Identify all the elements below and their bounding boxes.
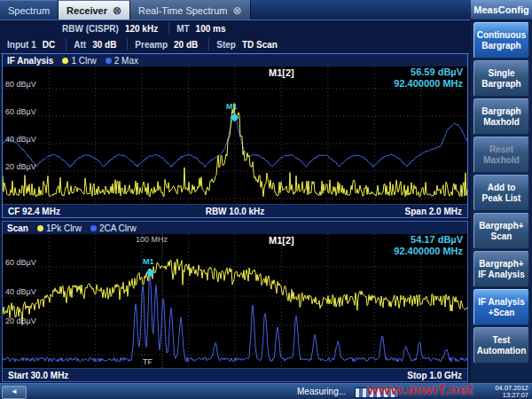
settings-bar: RBW (CISPR) 120 kHz MT 100 ms Input 1 DC… <box>0 20 470 54</box>
back-arrow-button[interactable]: ◄ <box>2 386 27 399</box>
attenuation-setting[interactable]: Att 30 dB <box>66 38 128 51</box>
rbw-value: 120 kHz <box>125 24 158 34</box>
scan-panel-footer: Start 30.0 MHz Stop 1.0 GHz <box>3 368 467 381</box>
rbw-label: RBW (CISPR) <box>62 24 119 34</box>
softkey-bargraph-scan[interactable]: Bargraph+ Scan <box>473 213 529 249</box>
resolution-bandwidth: RBW 10.0 kHz <box>160 207 311 216</box>
marker-name: M1[2] <box>269 235 294 246</box>
rbw-setting[interactable]: RBW (CISPR) 120 kHz <box>55 22 169 35</box>
watermark-text: www.mwrf.net <box>366 381 473 399</box>
preamp-value: 20 dB <box>174 40 198 50</box>
marker-m1-label: M1 <box>143 257 154 266</box>
input-setting[interactable]: Input 1 DC <box>0 38 66 51</box>
softkey-test-automation[interactable]: Test Automation <box>473 327 529 364</box>
close-icon[interactable]: ⊗ <box>113 5 121 16</box>
if-analysis-panel: IF Analysis 1 Clrw 2 Max 80 dBµV 60 dBµV… <box>2 53 468 218</box>
step-value: TD Scan <box>242 40 278 50</box>
marker-m1-label: M1 <box>226 102 238 111</box>
tab-spectrum[interactable]: Spectrum <box>0 0 59 20</box>
softkey-bargraph-if-analysis[interactable]: Bargraph+ IF Analysis <box>473 251 529 287</box>
input-label: Input 1 <box>7 40 36 50</box>
marker-readout: 56.59 dBµV 92.400000 MHz <box>394 66 463 90</box>
y-axis-label: 40 dBµV <box>5 287 36 296</box>
trace2-label: 2CA Clrw <box>99 223 137 233</box>
trace1-dot-icon <box>62 58 68 64</box>
att-label: Att <box>74 40 86 50</box>
meas-time-setting[interactable]: MT 100 ms <box>169 22 236 35</box>
close-icon[interactable]: ⊗ <box>232 5 241 16</box>
if-panel-footer: CF 92.4 MHz RBW 10.0 kHz Span 2.0 MHz <box>3 204 467 217</box>
marker-name: M1[2] <box>269 67 294 78</box>
if-panel-title: IF Analysis <box>7 56 53 66</box>
stop-frequency: Stop 1.0 GHz <box>235 371 462 380</box>
marker-level: 56.59 dBµV <box>394 66 463 78</box>
trace2-label: 2 Max <box>114 56 138 66</box>
y-axis-label: 40 dBµV <box>5 135 36 144</box>
marker-frequency: 92.400000 MHz <box>394 246 463 257</box>
att-value: 30 dB <box>92 40 116 50</box>
start-frequency: Start 30.0 MHz <box>8 371 235 380</box>
step-setting[interactable]: Step TD Scan <box>209 38 288 51</box>
transducer-factor-label: TF <box>143 357 153 366</box>
trace2-dot-icon <box>106 58 112 64</box>
marker-frequency: 92.400000 MHz <box>394 78 463 90</box>
softkey-menu-title: MeasConfig <box>471 0 532 20</box>
mt-value: 100 ms <box>196 24 226 34</box>
softkey-reset-maxhold[interactable]: Reset Maxhold <box>473 137 529 173</box>
legend-trace2: 2CA Clrw <box>90 223 137 233</box>
scan-panel-title: Scan <box>7 223 28 233</box>
marker-readout: 54.17 dBµV 92.400000 MHz <box>394 234 463 257</box>
scan-chart-area[interactable]: 100 MHz 60 dBµV 40 dBµV 20 dBµV M1[2] 54… <box>3 234 467 369</box>
settings-row-2: Input 1 DC Att 30 dB Preamp 20 dB Step T… <box>0 36 470 52</box>
tab-spectrum-label: Spectrum <box>8 5 50 16</box>
legend-trace1: 1 Clrw <box>62 56 96 66</box>
trace1-label: 1Pk Clrw <box>46 223 82 233</box>
measurement-status: Measuring... <box>297 387 346 396</box>
legend-trace1: 1Pk Clrw <box>37 223 82 233</box>
gridline-frequency-label: 100 MHz <box>136 235 168 244</box>
softkey-single-bargraph[interactable]: Single Bargraph <box>473 60 529 97</box>
softkey-continuous-bargraph[interactable]: Continuous Bargraph <box>473 22 529 59</box>
softkey-menu: MeasConfig Continuous Bargraph Single Ba… <box>471 0 532 383</box>
y-axis-label: 80 dBµV <box>5 80 36 89</box>
trace1-label: 1 Clrw <box>71 56 96 66</box>
trace2-dot-icon <box>90 225 97 231</box>
tab-realtime-spectrum[interactable]: Real-Time Spectrum ⊗ <box>130 0 251 20</box>
settings-row-1: RBW (CISPR) 120 kHz MT 100 ms <box>0 20 470 36</box>
scan-panel-header: Scan 1Pk Clrw 2CA Clrw <box>3 222 467 235</box>
legend-trace2: 2 Max <box>106 56 138 66</box>
y-axis-label: 60 dBµV <box>5 258 36 267</box>
tab-receiver[interactable]: Receiver ⊗ <box>59 0 130 20</box>
datetime-display: 04.07.2012 13:27:07 <box>495 385 528 399</box>
span-value: Span 2.0 MHz <box>310 207 462 216</box>
trace1-dot-icon <box>37 225 43 231</box>
step-label: Step <box>216 40 236 50</box>
y-axis-label: 20 dBµV <box>5 317 36 325</box>
time-text: 13:27:07 <box>495 392 528 399</box>
tab-bar: Spectrum Receiver ⊗ Real-Time Spectrum ⊗ <box>0 0 532 20</box>
tab-receiver-label: Receiver <box>66 5 107 16</box>
scan-panel: Scan 1Pk Clrw 2CA Clrw 100 MHz 60 dBµV 4… <box>2 221 468 382</box>
if-chart-area[interactable]: 80 dBµV 60 dBµV 40 dBµV 20 dBµV M1[2] 56… <box>3 66 467 205</box>
tab-realtime-label: Real-Time Spectrum <box>138 5 227 16</box>
marker-level: 54.17 dBµV <box>394 234 463 246</box>
softkey-add-to-peak-list[interactable]: Add to Peak List <box>473 175 529 211</box>
mt-label: MT <box>176 24 189 34</box>
preamp-label: Preamp <box>135 40 168 50</box>
softkey-bargraph-maxhold[interactable]: Bargraph Maxhold <box>473 98 529 135</box>
center-frequency: CF 92.4 MHz <box>8 207 160 216</box>
instrument-screen: Spectrum Receiver ⊗ Real-Time Spectrum ⊗… <box>0 0 532 399</box>
y-axis-label: 60 dBµV <box>5 107 36 116</box>
softkey-if-analysis-scan[interactable]: IF Analysis +Scan <box>473 289 529 325</box>
y-axis-label: 20 dBµV <box>5 162 36 171</box>
input-value: DC <box>43 40 55 50</box>
preamp-setting[interactable]: Preamp 20 dB <box>128 38 209 51</box>
if-panel-header: IF Analysis 1 Clrw 2 Max <box>3 54 467 67</box>
